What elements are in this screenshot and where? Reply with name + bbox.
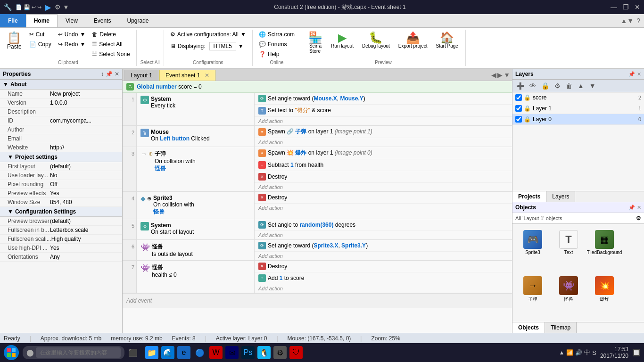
taskbar-search[interactable] (36, 347, 121, 358)
event-condition-5-1[interactable]: ⚙ System On start of layout (137, 219, 254, 238)
section-project-settings[interactable]: ▼ Project settings (0, 152, 122, 162)
objects-settings-icon[interactable]: ⚙ (636, 215, 641, 222)
tab-layers-panel[interactable]: Layers (546, 191, 575, 202)
layers-pin-icon[interactable]: 📌 (628, 71, 635, 77)
volume-icon[interactable]: 🔊 (575, 349, 582, 356)
delete-layer-icon[interactable]: 🗑 (564, 81, 574, 90)
taskbar-photoshop-icon[interactable]: Ps (241, 346, 255, 359)
layer-row-0[interactable]: 🔒 Layer 0 0 (512, 114, 644, 125)
event-condition-3-1[interactable]: → ⊕ 子弹 On collision with 怪兽 (137, 147, 254, 175)
event-action-1-2[interactable]: T Set text to "得分" & score (255, 105, 512, 117)
event-action-1-1[interactable]: ⟳ Set angle toward (Mouse.X, Mouse.Y) (255, 93, 512, 105)
event-action-7-1[interactable]: ✕ Destroy (255, 261, 512, 272)
event-condition-7-1[interactable]: 👾 怪兽 health ≤ 0 (137, 261, 254, 281)
event-condition-6-1[interactable]: 👾 怪兽 Is outside layout (137, 240, 254, 260)
network-icon[interactable]: 📶 (566, 349, 573, 356)
obj-sprite3[interactable]: 🎮 Sprite3 (516, 228, 549, 271)
event-action-3-2[interactable]: − Subtract 1 from health (255, 159, 512, 171)
paste-button[interactable]: 📋 Paste (4, 30, 25, 52)
tab-menu-icon[interactable]: ▼ (504, 71, 510, 79)
tab-view[interactable]: View (58, 14, 86, 27)
properties-sort-icon[interactable]: ↕ (101, 71, 104, 77)
taskbar-qq-icon[interactable]: 🐧 (257, 346, 271, 359)
tab-event1[interactable]: Event sheet 1 ✕ (159, 70, 215, 81)
bottom-tab-objects[interactable]: Objects (512, 322, 545, 333)
event-action-3-1[interactable]: ✦ Spawn 💥 爆炸 on layer 1 (image point 0) (255, 147, 512, 159)
tab-upgrade[interactable]: Upgrade (119, 14, 157, 27)
pinyin-icon[interactable]: S (592, 349, 596, 356)
lock-layer-icon[interactable]: 🔒 (539, 81, 551, 90)
scirra-store-button[interactable]: 🏪 ScirraStore (305, 30, 326, 56)
obj-bullet[interactable]: → 子弹 (516, 274, 549, 319)
taskbar-chrome-icon[interactable]: 🔵 (193, 346, 206, 359)
ime-icon[interactable]: 中 (584, 348, 590, 357)
event-action-4-1[interactable]: ✕ Destroy (255, 192, 512, 204)
tab-file[interactable]: File (0, 14, 26, 27)
tab-layout1[interactable]: Layout 1 (124, 70, 158, 81)
taskbar-explorer-icon[interactable]: 📁 (145, 346, 158, 359)
tab-event1-close[interactable]: ✕ (205, 72, 209, 79)
ribbon-expand-icon[interactable]: ▲▼ (620, 17, 634, 25)
taskbar-antivirus-icon[interactable]: 🛡 (289, 346, 303, 359)
active-config-button[interactable]: ⚙ Active configurations: All ▼ (168, 30, 248, 39)
delete-button[interactable]: 🗑 Delete (90, 30, 132, 39)
layer-0-visibility[interactable] (515, 116, 522, 123)
taskbar-ie-icon[interactable]: e (177, 346, 190, 359)
event-condition-2-1[interactable]: 🖱 Mouse On Left button Clicked (137, 126, 254, 145)
event-condition-1-1[interactable]: ⚙ System Every tick (137, 93, 254, 112)
taskview-icon[interactable]: ⬛ (128, 348, 138, 357)
notification-icon[interactable]: 🔲 (632, 349, 640, 356)
section-about[interactable]: ▼ About (0, 80, 122, 90)
event-action-2-1[interactable]: ✦ Spawn 🔗 子弹 on layer 1 (image point 1) (255, 126, 512, 138)
obj-monster[interactable]: 👾 怪兽 (552, 274, 585, 319)
select-none-button[interactable]: ☱ Select None (90, 49, 132, 59)
copy-button[interactable]: 📄 Copy (27, 40, 54, 49)
move-up-layer-icon[interactable]: ▲ (576, 81, 586, 90)
add-layer-icon[interactable]: ➕ (514, 81, 526, 90)
add-action-4[interactable]: Add action (255, 204, 512, 212)
up-arrow-icon[interactable]: ▲ (559, 349, 564, 356)
maximize-btn[interactable]: ❐ (623, 3, 629, 11)
start-page-button[interactable]: 🏠 Start Page (433, 30, 462, 51)
event-action-5-1[interactable]: ⟳ Set angle to random(360) degrees (255, 219, 512, 231)
layers-close-icon[interactable]: ✕ (637, 71, 641, 77)
debug-layout-button[interactable]: 🐛 Debug layout (359, 30, 393, 51)
taskbar-edge-icon[interactable]: 🌊 (161, 346, 174, 359)
minimize-btn[interactable]: — (611, 3, 617, 11)
properties-close-icon[interactable]: ✕ (115, 71, 119, 77)
ribbon-help-icon[interactable]: ? (636, 17, 640, 25)
obj-explosion[interactable]: 💥 爆炸 (588, 274, 621, 319)
undo-button[interactable]: ↩ Undo ▼ (56, 30, 88, 39)
add-action-7[interactable]: Add action (255, 284, 512, 293)
event-action-7-2[interactable]: + Add 1 to score (255, 272, 512, 284)
settings-layer-icon[interactable]: ⚙ (553, 81, 562, 90)
add-action-1[interactable]: Add action (255, 117, 512, 125)
layer-score-visibility[interactable] (515, 94, 522, 101)
event-action-3-3[interactable]: ✕ Destroy (255, 171, 512, 183)
tab-events[interactable]: Events (86, 14, 119, 27)
scirra-button[interactable]: 🌐 Scirra.com (256, 30, 297, 39)
tab-projects[interactable]: Projects (512, 191, 546, 202)
help-button[interactable]: ❓ Help (256, 49, 297, 59)
taskbar-settings-icon[interactable]: ⚙ (273, 346, 287, 359)
objects-pin-icon[interactable]: 📌 (628, 205, 635, 211)
section-config-settings[interactable]: ▼ Configuration Settings (0, 207, 122, 217)
select-all-button[interactable]: ☰ Select All (90, 40, 132, 49)
tab-home[interactable]: Home (26, 14, 58, 27)
taskbar-mail-icon[interactable]: ✉ (225, 346, 239, 359)
cut-button[interactable]: ✂ Cut (27, 30, 54, 39)
export-project-button[interactable]: 📤 Export project (395, 30, 431, 51)
layer-row-score[interactable]: 🔒 score 2 (512, 92, 644, 103)
add-action-5[interactable]: Add action (255, 231, 512, 239)
add-action-2[interactable]: Add action (255, 138, 512, 147)
redo-button[interactable]: ↪ Redo ▼ (56, 40, 88, 49)
eye-layer-icon[interactable]: 👁 (528, 81, 538, 90)
objects-close-icon[interactable]: ✕ (637, 205, 641, 211)
move-down-layer-icon[interactable]: ▼ (587, 81, 598, 90)
start-button[interactable] (4, 345, 19, 360)
layer-row-1[interactable]: 🔒 Layer 1 1 (512, 103, 644, 114)
close-btn[interactable]: ✕ (635, 3, 640, 11)
forums-button[interactable]: 💬 Forums (256, 40, 297, 49)
taskbar-wps-icon[interactable]: W (209, 346, 223, 359)
add-action-3[interactable]: Add action (255, 183, 512, 191)
